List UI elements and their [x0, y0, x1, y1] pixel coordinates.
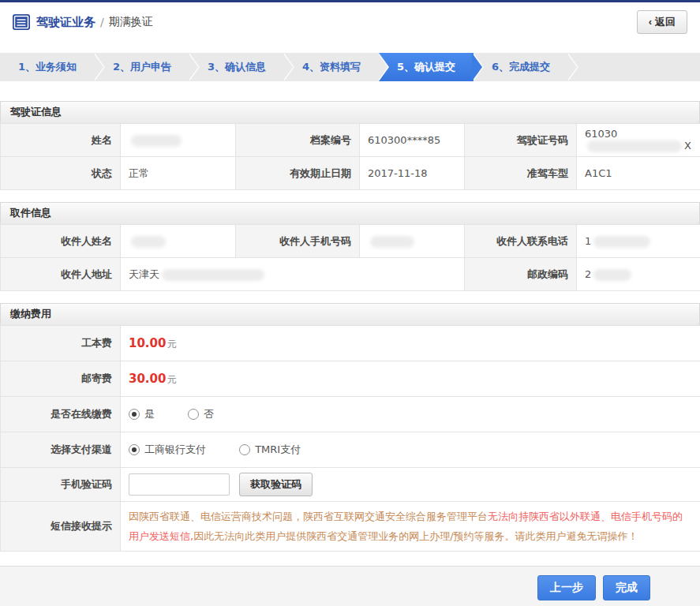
name-label: 姓名 [1, 124, 121, 157]
breadcrumb-current: 期满换证 [109, 15, 153, 29]
wizard-step-4: 4、资料填写 [284, 53, 379, 81]
name-value [121, 124, 236, 157]
recipient-name-value [121, 225, 236, 258]
wizard-step-3-label: 3、确认信息 [208, 60, 266, 74]
table-row: 姓名 档案编号 610300****85 驾驶证号码 61030X [1, 124, 700, 157]
redacted-address [162, 269, 264, 281]
step-wizard: 1、业务须知 2、用户申告 3、确认信息 4、资料填写 5、确认提交 6、完成提… [0, 53, 700, 81]
channel-tmri-option[interactable]: TMRI支付 [239, 443, 301, 455]
online-payment-options: 是 否 [121, 397, 700, 432]
wizard-step-5-active: 5、确认提交 [379, 53, 474, 81]
license-section-title: 驾驶证信息 [0, 101, 700, 123]
cost-amount: 10.00 [129, 336, 166, 350]
back-button[interactable]: ‹返回 [637, 10, 687, 34]
vehicle-class-value: A1C1 [577, 157, 700, 190]
online-no-option[interactable]: 否 [188, 408, 214, 420]
cost-unit: 元 [167, 339, 176, 350]
radio-selected-icon[interactable] [129, 409, 140, 420]
wizard-step-4-label: 4、资料填写 [302, 60, 361, 74]
recipient-address-label: 收件人地址 [1, 258, 121, 291]
sms-code-label: 手机验证码 [1, 468, 121, 502]
license-business-icon [13, 14, 30, 30]
vehicle-class-label: 准驾车型 [465, 157, 577, 190]
recipient-phone-label: 收件人联系电话 [465, 225, 577, 258]
wizard-step-6: 6、完成提交 [474, 53, 568, 81]
postage-fee-label: 邮寄费 [1, 361, 121, 397]
sms-code-input[interactable] [129, 473, 230, 496]
license-number-suffix: X [684, 140, 691, 152]
cost-fee-label: 工本费 [1, 326, 121, 361]
sms-notice-value: 因陕西省联通、电信运营商技术问题，陕西省互联网交通安全综合服务管理平台无法向持陕… [121, 502, 700, 552]
back-chevron-icon: ‹ [649, 16, 652, 28]
table-row: 是否在线缴费 是 否 [1, 397, 700, 432]
wizard-step-3: 3、确认信息 [189, 53, 284, 81]
breadcrumb-separator: / [100, 16, 104, 28]
redacted-license-number [587, 140, 682, 152]
table-row: 选择支付渠道 工商银行支付 TMRI支付 [1, 432, 700, 468]
channel-icbc-option[interactable]: 工商银行支付 [129, 443, 206, 455]
recipient-name-label: 收件人姓名 [1, 225, 121, 258]
redacted-mobile [370, 236, 414, 248]
payment-channel-label: 选择支付渠道 [1, 432, 121, 468]
fees-section-title: 缴纳费用 [0, 303, 700, 325]
finish-button[interactable]: 完成 [603, 575, 650, 600]
previous-step-button[interactable]: 上一步 [537, 575, 596, 600]
license-number-label: 驾驶证号码 [465, 124, 577, 157]
status-label: 状态 [1, 157, 121, 190]
radio-unselected-icon[interactable] [239, 444, 250, 455]
page-title: 驾驶证业务 [36, 15, 95, 30]
table-row: 短信接收提示 因陕西省联通、电信运营商技术问题，陕西省互联网交通安全综合服务管理… [1, 502, 700, 552]
file-number-value: 610300****85 [360, 124, 465, 157]
fees-section: 缴纳费用 工本费 10.00元 邮寄费 30.00元 是否在线缴费 是 否 选择… [0, 303, 700, 552]
zip-prefix: 2 [585, 268, 591, 280]
channel-tmri-label: TMRI支付 [255, 443, 301, 455]
payment-channel-options: 工商银行支付 TMRI支付 [121, 432, 700, 468]
address-prefix: 天津天 [129, 268, 159, 280]
table-row: 状态 正常 有效期止日期 2017-11-18 准驾车型 A1C1 [1, 157, 700, 190]
online-payment-label: 是否在线缴费 [1, 397, 121, 432]
table-row: 收件人地址 天津天 邮政编码 2 [1, 258, 700, 291]
online-yes-option[interactable]: 是 [129, 408, 155, 420]
wizard-step-2: 2、用户申告 [95, 53, 189, 81]
cost-fee-value: 10.00元 [121, 326, 700, 361]
zip-code-value: 2 [577, 258, 700, 291]
table-row: 收件人姓名 收件人手机号码 收件人联系电话 1 [1, 225, 700, 258]
online-yes-label: 是 [144, 408, 155, 420]
expiry-value: 2017-11-18 [360, 157, 465, 190]
wizard-step-1-label: 1、业务须知 [18, 60, 77, 74]
status-value: 正常 [121, 157, 236, 190]
recipient-phone-value: 1 [577, 225, 700, 258]
license-number-value: 61030X [577, 124, 700, 157]
pickup-info-section: 取件信息 收件人姓名 收件人手机号码 收件人联系电话 1 收件人地址 天津天 邮… [0, 202, 700, 291]
footer-action-bar: 上一步 完成 [0, 566, 700, 606]
pickup-section-title: 取件信息 [0, 202, 700, 224]
recipient-mobile-label: 收件人手机号码 [236, 225, 360, 258]
notice-part-3: 因此无法向此类用户提供陕西省交通管理业务的网上办理/预约等服务。请此类用户避免无… [193, 530, 638, 542]
recipient-mobile-value [360, 225, 465, 258]
table-row: 手机验证码 获取验证码 [1, 468, 700, 502]
phone-prefix: 1 [585, 235, 591, 247]
postage-amount: 30.00 [129, 372, 166, 386]
wizard-step-6-label: 6、完成提交 [492, 60, 550, 74]
redacted-zip [593, 269, 631, 281]
online-no-label: 否 [204, 408, 214, 420]
pickup-info-table: 收件人姓名 收件人手机号码 收件人联系电话 1 收件人地址 天津天 邮政编码 2 [0, 224, 700, 291]
license-info-table: 姓名 档案编号 610300****85 驾驶证号码 61030X 状态 正常 … [0, 123, 700, 190]
radio-unselected-icon[interactable] [188, 409, 199, 420]
table-row: 工本费 10.00元 [1, 326, 700, 361]
back-button-label: 返回 [655, 16, 676, 28]
sms-notice-label: 短信接收提示 [1, 502, 121, 552]
postage-fee-value: 30.00元 [121, 361, 700, 397]
zip-code-label: 邮政编码 [465, 258, 577, 291]
recipient-address-value: 天津天 [121, 258, 465, 291]
license-number-prefix: 61030 [585, 128, 617, 140]
file-number-label: 档案编号 [236, 124, 360, 157]
wizard-step-2-label: 2、用户申告 [113, 60, 171, 74]
get-code-button[interactable]: 获取验证码 [239, 473, 313, 496]
radio-selected-icon[interactable] [129, 444, 140, 455]
redacted-phone [593, 236, 650, 248]
redacted-recipient-name [131, 236, 166, 248]
channel-icbc-label: 工商银行支付 [144, 443, 206, 455]
postage-unit: 元 [167, 374, 176, 385]
wizard-step-5-label: 5、确认提交 [397, 60, 455, 74]
